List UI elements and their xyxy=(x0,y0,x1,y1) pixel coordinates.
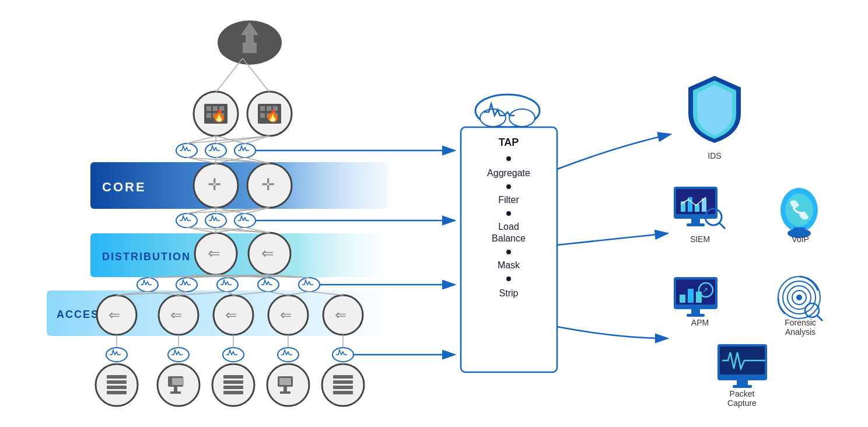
svg-text:⇐: ⇐ xyxy=(280,307,292,323)
svg-point-127 xyxy=(506,184,511,189)
server-node-1 xyxy=(96,364,138,406)
svg-point-55 xyxy=(217,278,238,292)
svg-rect-33 xyxy=(170,391,181,394)
server-node-3 xyxy=(212,364,254,406)
svg-rect-37 xyxy=(223,386,243,389)
svg-rect-27 xyxy=(107,375,127,379)
svg-rect-35 xyxy=(223,375,243,379)
svg-rect-34 xyxy=(172,378,184,385)
distribution-label: DISTRIBUTION xyxy=(102,251,191,262)
tap-filter: Filter xyxy=(498,195,519,205)
svg-point-129 xyxy=(506,250,511,254)
svg-point-57 xyxy=(299,278,320,292)
tap-connector-row1 xyxy=(176,144,256,158)
svg-text:⇐: ⇐ xyxy=(225,307,237,323)
svg-rect-149 xyxy=(688,289,694,303)
svg-rect-30 xyxy=(107,391,127,394)
svg-rect-46 xyxy=(333,391,353,394)
svg-point-61 xyxy=(278,348,299,362)
siem-tool xyxy=(674,187,725,229)
svg-rect-16 xyxy=(260,106,265,111)
svg-point-143 xyxy=(785,194,813,226)
svg-point-56 xyxy=(258,278,279,292)
tap-mask: Mask xyxy=(498,260,520,270)
tap-label: TAP xyxy=(499,136,519,148)
ids-tool xyxy=(688,76,741,143)
apm-tool: ↗ xyxy=(674,277,718,317)
diagram-container: CORE DISTRIBUTION ACCESS 🔥 xyxy=(0,0,868,427)
svg-rect-41 xyxy=(280,391,290,394)
svg-rect-165 xyxy=(733,385,752,388)
svg-point-54 xyxy=(176,278,197,292)
siem-label: SIEM xyxy=(690,235,710,244)
forensic-label-2: Analysis xyxy=(785,327,816,337)
forensic-label-1: Forensic xyxy=(785,318,816,327)
svg-point-53 xyxy=(137,278,158,292)
svg-point-130 xyxy=(506,276,511,281)
svg-point-50 xyxy=(176,214,197,228)
svg-point-160 xyxy=(805,303,819,317)
tap-box xyxy=(461,127,557,372)
ids-label: IDS xyxy=(708,151,721,160)
svg-line-161 xyxy=(817,316,822,321)
svg-point-52 xyxy=(235,214,256,228)
svg-point-49 xyxy=(235,144,256,158)
svg-point-125 xyxy=(509,109,535,127)
svg-rect-43 xyxy=(333,375,353,379)
svg-rect-36 xyxy=(223,380,243,384)
svg-line-141 xyxy=(719,223,725,229)
voip-label: VoIP xyxy=(792,235,809,244)
core-router-right-icon: ✛ xyxy=(261,176,275,194)
svg-point-48 xyxy=(205,144,226,158)
tap-connector-row3 xyxy=(137,278,320,292)
svg-rect-7 xyxy=(243,43,257,53)
svg-rect-38 xyxy=(223,391,243,394)
svg-point-58 xyxy=(106,348,127,362)
svg-text:⇐: ⇐ xyxy=(335,307,346,323)
tap-connector-row2 xyxy=(176,214,256,228)
svg-point-159 xyxy=(796,295,802,300)
svg-line-63 xyxy=(216,58,243,92)
svg-point-59 xyxy=(168,348,189,362)
apm-label: APM xyxy=(691,318,709,327)
tap-loadbalance-1: Load xyxy=(498,222,519,232)
svg-point-47 xyxy=(176,144,197,158)
svg-point-128 xyxy=(506,211,511,216)
core-label: CORE xyxy=(102,180,146,194)
svg-rect-148 xyxy=(680,295,685,303)
cloud-icon xyxy=(218,20,282,65)
dist-router-right-icon: ⇐ xyxy=(261,244,274,262)
svg-line-131 xyxy=(557,233,668,245)
svg-rect-139 xyxy=(687,223,705,226)
dist-router-left-icon: ⇐ xyxy=(208,244,220,262)
svg-rect-28 xyxy=(107,380,127,384)
svg-point-62 xyxy=(332,348,354,362)
svg-text:⇐: ⇐ xyxy=(108,307,120,323)
svg-rect-12 xyxy=(206,113,211,118)
svg-text:⇐: ⇐ xyxy=(170,307,182,323)
svg-rect-29 xyxy=(107,386,127,389)
svg-rect-40 xyxy=(284,387,287,391)
svg-rect-44 xyxy=(333,380,353,384)
svg-rect-32 xyxy=(174,387,177,391)
packet-capture-tool xyxy=(718,344,767,388)
svg-rect-150 xyxy=(696,292,702,303)
tap-loadbalance-2: Balance xyxy=(492,233,526,243)
main-diagram-svg: CORE DISTRIBUTION ACCESS 🔥 xyxy=(0,0,868,427)
svg-point-51 xyxy=(205,214,226,228)
tap-connector-row4 xyxy=(106,348,354,362)
svg-rect-145 xyxy=(793,228,805,235)
forensic-tool xyxy=(778,276,822,321)
server-node-5 xyxy=(322,364,364,406)
core-router-left-icon: ✛ xyxy=(208,176,221,194)
svg-rect-42 xyxy=(279,378,291,385)
svg-rect-154 xyxy=(687,314,705,317)
tap-strip: Strip xyxy=(499,288,519,298)
svg-point-126 xyxy=(506,156,511,161)
voip-tool xyxy=(780,188,818,238)
packet-capture-label-1: Packet xyxy=(730,389,755,398)
svg-rect-9 xyxy=(206,106,211,111)
svg-rect-19 xyxy=(260,113,265,118)
packet-capture-label-2: Capture xyxy=(727,398,757,408)
svg-text:↗: ↗ xyxy=(702,286,708,294)
